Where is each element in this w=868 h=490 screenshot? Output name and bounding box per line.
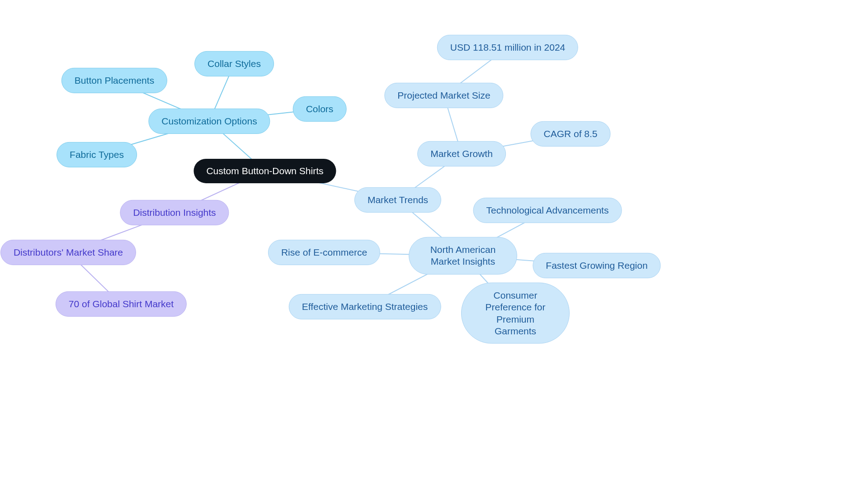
root-label: Custom Button-Down Shirts bbox=[206, 165, 323, 177]
marketing-label: Effective Marketing Strategies bbox=[302, 301, 428, 313]
premium-node[interactable]: Consumer Preference for Premium Garments bbox=[461, 283, 570, 344]
root-node[interactable]: Custom Button-Down Shirts bbox=[193, 159, 336, 183]
market-growth-node[interactable]: Market Growth bbox=[417, 141, 506, 167]
distribution-label: Distribution Insights bbox=[133, 207, 216, 219]
fastest-label: Fastest Growing Region bbox=[546, 260, 647, 271]
global-70-node[interactable]: 70 of Global Shirt Market bbox=[56, 291, 187, 317]
global-70-label: 70 of Global Shirt Market bbox=[69, 298, 174, 310]
projected-size-node[interactable]: Projected Market Size bbox=[384, 83, 503, 108]
market-trends-label: Market Trends bbox=[368, 194, 428, 206]
ecommerce-node[interactable]: Rise of E-commerce bbox=[268, 240, 380, 265]
tech-label: Technological Advancements bbox=[486, 205, 609, 216]
customization-label: Customization Options bbox=[161, 115, 257, 127]
marketing-node[interactable]: Effective Marketing Strategies bbox=[289, 294, 441, 319]
cagr-label: CAGR of 8.5 bbox=[543, 128, 597, 140]
fastest-node[interactable]: Fastest Growing Region bbox=[533, 253, 660, 278]
cagr-node[interactable]: CAGR of 8.5 bbox=[530, 121, 610, 147]
usd-node[interactable]: USD 118.51 million in 2024 bbox=[437, 35, 578, 60]
market-growth-label: Market Growth bbox=[430, 148, 493, 160]
mindmap-canvas: Custom Button-Down Shirts Customization … bbox=[0, 0, 868, 490]
market-share-node[interactable]: Distributors' Market Share bbox=[0, 240, 136, 265]
projected-size-label: Projected Market Size bbox=[397, 90, 490, 101]
market-trends-node[interactable]: Market Trends bbox=[354, 187, 441, 213]
fabric-types-node[interactable]: Fabric Types bbox=[57, 142, 137, 167]
button-placements-label: Button Placements bbox=[75, 75, 154, 86]
na-insights-node[interactable]: North American Market Insights bbox=[409, 237, 517, 275]
market-share-label: Distributors' Market Share bbox=[14, 247, 123, 258]
premium-label: Consumer Preference for Premium Garments bbox=[474, 290, 557, 337]
button-placements-node[interactable]: Button Placements bbox=[61, 68, 167, 93]
distribution-node[interactable]: Distribution Insights bbox=[120, 200, 229, 225]
ecommerce-label: Rise of E-commerce bbox=[281, 247, 367, 258]
customization-node[interactable]: Customization Options bbox=[148, 109, 270, 134]
na-insights-label: North American Market Insights bbox=[422, 244, 504, 268]
tech-node[interactable]: Technological Advancements bbox=[473, 198, 622, 223]
fabric-types-label: Fabric Types bbox=[70, 149, 124, 161]
colors-label: Colors bbox=[306, 103, 334, 115]
usd-label: USD 118.51 million in 2024 bbox=[450, 42, 565, 53]
colors-node[interactable]: Colors bbox=[293, 96, 347, 122]
collar-styles-node[interactable]: Collar Styles bbox=[194, 51, 274, 76]
collar-styles-label: Collar Styles bbox=[208, 58, 261, 70]
